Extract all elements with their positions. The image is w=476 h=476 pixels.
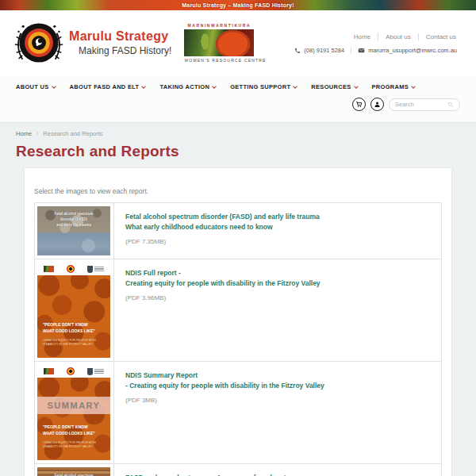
report-title-link[interactable]: NDIS Summary Report - Creating equity fo…	[125, 370, 430, 391]
header-right: Home About us Contact us (08) 9191 5284 …	[288, 32, 463, 54]
table-row: SUMMARY "PEOPLE DON'T KNOW WHAT GOOD LOO…	[35, 362, 441, 464]
chevron-down-icon	[293, 84, 298, 89]
thumbnail-cell: "PEOPLE DON'T KNOW WHAT GOOD LOOKS LIKE"…	[35, 259, 114, 361]
report-thumbnail-fasd-early-life-trauma[interactable]: Fetal alcohol spectrum disorder (FASD) a…	[37, 206, 110, 255]
search-box	[389, 98, 460, 111]
brand-title: Marulu Strategy	[69, 29, 171, 44]
report-title-line: Creating equity for people with disabili…	[125, 278, 430, 289]
thumbnail-cell: Fetal alcohol spectrum disorder (FASD)	[35, 464, 114, 476]
chevron-down-icon	[52, 84, 56, 89]
top-banner: Marulu Strategy – Making FASD History!	[0, 0, 476, 10]
nav-label: GETTING SUPPORT	[230, 83, 290, 90]
phone-number: (08) 9191 5284	[304, 47, 344, 54]
marulu-mini-logo	[67, 265, 75, 273]
search-input[interactable]	[395, 101, 447, 108]
mwrc-logo-top-text: MARNINWARNTIKURA	[184, 23, 254, 28]
marulu-logo[interactable]	[13, 17, 65, 69]
intro-text: Select the images to view each report.	[34, 187, 442, 195]
thumbnail-logos	[37, 263, 110, 275]
cover-subtitle-text: CREATING EQUITY FOR PEOPLE WITH DISABILI…	[43, 441, 98, 451]
report-title-line: Fetal alcohol spectrum disorder (FASD) a…	[125, 212, 430, 222]
reports-card: Select the images to view each report. F…	[24, 167, 452, 476]
thumbnail-cover-art: "PEOPLE DON'T KNOW WHAT GOOD LOOKS LIKE"…	[37, 275, 110, 358]
report-thumbnail-ndis-summary-report[interactable]: SUMMARY "PEOPLE DON'T KNOW WHAT GOOD LOO…	[37, 365, 110, 460]
university-crest-logo	[87, 368, 104, 375]
mwrc-mini-logo	[44, 266, 54, 272]
breadcrumb-separator: /	[36, 130, 38, 137]
search-icon[interactable]	[447, 102, 454, 108]
mwrc-logo-bottom-text: WOMEN'S RESOURCE CENTRE	[184, 58, 254, 63]
email-item[interactable]: marurra_usupport@mwrc.com.au	[351, 47, 463, 54]
email-address: marurra_usupport@mwrc.com.au	[368, 47, 457, 54]
nav-item-about-us[interactable]: ABOUT US	[16, 83, 56, 90]
mwrc-mini-logo	[44, 368, 54, 374]
nav-item-programs[interactable]: PROGRAMS	[372, 83, 416, 90]
page-content: Home / Research and Reports Research and…	[0, 130, 476, 476]
nav-label: PROGRAMS	[372, 83, 409, 90]
report-title-link[interactable]: Fetal alcohol spectrum disorder (FASD) a…	[125, 212, 430, 232]
brand-subtitle: Making FASD History!	[79, 45, 171, 56]
breadcrumb: Home / Research and Reports	[16, 130, 460, 137]
page-title: Research and Reports	[16, 143, 460, 160]
thumbnail-cover-art: SUMMARY "PEOPLE DON'T KNOW WHAT GOOD LOO…	[37, 378, 110, 460]
cover-subtitle-text: CREATING EQUITY FOR PEOPLE WITH DISABILI…	[43, 339, 98, 348]
report-title-link[interactable]: NDIS Full report - Creating equity for p…	[125, 268, 430, 289]
marulu-logo-icon	[13, 17, 65, 69]
report-title-line: FASD and complex trauma - A resource for…	[125, 473, 430, 476]
report-info: Fetal alcohol spectrum disorder (FASD) a…	[114, 203, 441, 259]
thumbnail-cell: SUMMARY "PEOPLE DON'T KNOW WHAT GOOD LOO…	[35, 362, 114, 463]
report-info: NDIS Full report - Creating equity for p…	[114, 259, 441, 361]
nav-tools	[16, 98, 460, 111]
thumbnail-logos	[37, 365, 110, 378]
cart-button[interactable]	[352, 98, 366, 111]
cover-quote-text: "PEOPLE DON'T KNOW WHAT GOOD LOOKS LIKE"	[43, 424, 98, 436]
breadcrumb-home[interactable]: Home	[16, 130, 32, 137]
report-file-size: (PDF 7.35MB)	[125, 238, 430, 245]
nav-label: TAKING ACTION	[159, 83, 209, 90]
report-thumbnail-fasd-complex-trauma[interactable]: Fetal alcohol spectrum disorder (FASD)	[37, 467, 110, 476]
header-link-about-us[interactable]: About us	[378, 33, 418, 40]
nav-label: RESOURCES	[311, 83, 351, 90]
navbar: ABOUT US ABOUT FASD AND ELT TAKING ACTIO…	[0, 75, 476, 123]
report-title-line: NDIS Summary Report	[125, 370, 430, 381]
table-row: Fetal alcohol spectrum disorder (FASD) a…	[35, 203, 441, 259]
header-contact: (08) 9191 5284 marurra_usupport@mwrc.com…	[288, 47, 463, 54]
table-row: Fetal alcohol spectrum disorder (FASD) F…	[35, 464, 441, 476]
nav-item-about-fasd-and-elt[interactable]: ABOUT FASD AND ELT	[70, 83, 146, 90]
nav-item-resources[interactable]: RESOURCES	[311, 83, 357, 90]
nav-menu: ABOUT US ABOUT FASD AND ELT TAKING ACTIO…	[16, 75, 460, 90]
header: Marulu Strategy Making FASD History! MAR…	[0, 10, 476, 75]
thumbnail-cell: Fetal alcohol spectrum disorder (FASD) a…	[35, 203, 114, 259]
mwrc-logo-artwork	[184, 29, 254, 56]
report-title-line: NDIS Full report -	[125, 268, 430, 278]
chevron-down-icon	[212, 84, 217, 89]
header-links: Home About us Contact us	[347, 33, 463, 40]
account-button[interactable]	[370, 98, 384, 111]
phone-icon	[294, 48, 301, 54]
nav-item-getting-support[interactable]: GETTING SUPPORT	[230, 83, 297, 90]
mwrc-logo[interactable]: MARNINWARNTIKURA WOMEN'S RESOURCE CENTRE	[184, 23, 254, 63]
top-banner-link[interactable]: Marulu Strategy – Making FASD History!	[182, 2, 294, 8]
report-file-size: (PDF 3.96MB)	[125, 294, 430, 301]
table-row: "PEOPLE DON'T KNOW WHAT GOOD LOOKS LIKE"…	[35, 259, 441, 362]
nav-label: ABOUT US	[16, 83, 49, 90]
chevron-down-icon	[411, 84, 416, 89]
reports-table: Fetal alcohol spectrum disorder (FASD) a…	[34, 202, 442, 476]
brand-block: Marulu Strategy Making FASD History!	[69, 29, 171, 56]
report-info: FASD and complex trauma - A resource for…	[114, 464, 441, 476]
chevron-down-icon	[142, 84, 147, 89]
phone-item[interactable]: (08) 9191 5284	[288, 47, 351, 54]
cover-quote-text: "PEOPLE DON'T KNOW WHAT GOOD LOOKS LIKE"	[43, 322, 98, 334]
header-link-home[interactable]: Home	[347, 33, 378, 40]
nav-label: ABOUT FASD AND ELT	[70, 83, 140, 90]
cart-icon	[355, 101, 363, 108]
report-title-link[interactable]: FASD and complex trauma - A resource for…	[125, 473, 430, 476]
summary-band-text: SUMMARY	[37, 397, 110, 414]
thumbnail-cover-text: Fetal alcohol spectrum disorder (FASD) a…	[37, 212, 110, 228]
nav-item-taking-action[interactable]: TAKING ACTION	[159, 83, 216, 90]
report-thumbnail-ndis-full-report[interactable]: "PEOPLE DON'T KNOW WHAT GOOD LOOKS LIKE"…	[37, 263, 110, 358]
marulu-mini-logo	[67, 367, 75, 375]
report-title-line: What early childhood educators need to k…	[125, 222, 430, 232]
header-link-contact-us[interactable]: Contact us	[418, 33, 463, 40]
breadcrumb-current: Research and Reports	[43, 130, 102, 137]
